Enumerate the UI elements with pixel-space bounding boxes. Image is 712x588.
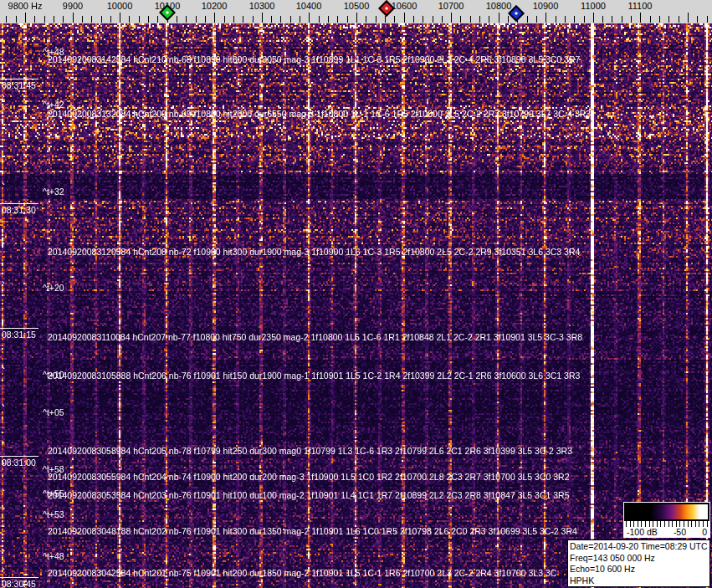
ruler-tick-minor [205, 16, 206, 23]
ruler-tick-minor [584, 16, 585, 23]
ruler-tick-minor [565, 16, 566, 23]
edge-event-tick: ` [1, 570, 7, 576]
ruler-tick-minor [148, 16, 149, 23]
ruler-label: 10000 [107, 1, 133, 11]
ruler-tick-major [309, 13, 310, 23]
ruler-label: 10600 [392, 1, 417, 11]
ruler-tick-major [25, 13, 26, 23]
time-label: 08:31:30 [2, 205, 36, 215]
ruler-tick-major [214, 13, 215, 23]
db-label-max: 0 [702, 527, 707, 537]
ruler-tick-minor [139, 16, 140, 23]
detection-log-line: 20140920083142584 hCnt210 nb-68 f10899 h… [48, 54, 580, 64]
ruler-label: 10800 [486, 1, 512, 11]
edge-event-tick: ` [1, 369, 7, 376]
db-label-mid: -50 [674, 527, 686, 537]
ruler-tick-minor [385, 16, 386, 23]
ruler-label: 10300 [249, 1, 275, 11]
time-tick-line [0, 456, 38, 457]
edge-event-tick: ` [1, 109, 7, 115]
edge-event-tick: ` [1, 464, 7, 471]
ruler-tick-minor [707, 16, 708, 23]
ruler-tick-major [404, 13, 405, 23]
ruler-label: 10200 [202, 1, 228, 11]
db-color-scale: -100 dB -50 0 [623, 502, 710, 538]
edge-event-tick: ` [1, 491, 7, 498]
ruler-tick-minor [423, 16, 423, 23]
ruler-tick-minor [433, 16, 433, 23]
spectrogram-window: 9800 Hz990010000101001020010300104001050… [0, 0, 712, 588]
event-time-marker: ^t+32 [43, 187, 64, 197]
info-date-time: Date=2014-09-20 Time=08:29 UTC [570, 541, 708, 553]
detection-log-line: 20140920083053584 hCnt203 nb-76 f10901 h… [48, 490, 570, 500]
ruler-tick-major [546, 13, 546, 23]
ruler-tick-minor [63, 16, 64, 23]
edge-event-tick: ` [1, 551, 7, 558]
ruler-tick-minor [697, 16, 698, 23]
ruler-tick-minor [82, 16, 83, 23]
ruler-label: 9900 [63, 1, 83, 11]
edge-event-tick: ` [1, 443, 7, 450]
ruler-tick-minor [319, 16, 320, 23]
ruler-tick-minor [622, 16, 622, 23]
detection-log-line: 20140920083055984 hCnt204 nb-74 f10900 h… [48, 472, 570, 482]
ruler-tick-minor [527, 16, 528, 23]
edge-event-tick: ` [1, 97, 7, 104]
ruler-tick-minor [366, 16, 366, 23]
ruler-tick-minor [186, 16, 187, 23]
detection-log-line: 20140920083048188 hCnt202 nb-76 f10901 h… [48, 526, 577, 536]
ruler-tick-minor [479, 16, 480, 23]
event-time-marker: ^t+05 [43, 407, 64, 417]
ruler-tick-major [688, 13, 689, 23]
ruler-tick-minor [34, 16, 35, 23]
ruler-tick-minor [574, 16, 575, 23]
info-echo: Echo=10 600 Hz [570, 564, 708, 575]
ruler-tick-minor [508, 16, 509, 23]
ruler-tick-minor [536, 16, 537, 23]
edge-event-tick: ` [1, 509, 7, 516]
ruler-tick-minor [280, 16, 281, 23]
frequency-ruler: 9800 Hz990010000101001020010300104001050… [0, 0, 712, 23]
ruler-tick-minor [668, 16, 669, 23]
ruler-tick-minor [290, 16, 291, 23]
color-gradient-bar[interactable] [626, 504, 708, 519]
info-callsign: HPHK [570, 575, 708, 587]
ruler-label: 10500 [344, 1, 370, 11]
ruler-tick-minor [233, 16, 234, 23]
ruler-tick-minor [157, 16, 158, 23]
ruler-tick-minor [470, 16, 471, 23]
edge-event-tick: ` [1, 527, 7, 534]
color-gradient-frame [624, 503, 709, 521]
time-tick-line [0, 328, 38, 329]
ruler-tick-major [640, 13, 641, 23]
db-label-min: -100 dB [627, 527, 658, 537]
ruler-tick-minor [300, 16, 300, 23]
ruler-label: 9800 Hz [8, 1, 43, 11]
ruler-tick-minor [16, 16, 17, 23]
time-label: 08:31:45 [2, 80, 36, 90]
time-tick-line [0, 79, 38, 79]
ruler-tick-major [499, 13, 499, 23]
ruler-tick-minor [612, 16, 612, 23]
ruler-tick-major [356, 13, 357, 23]
edge-event-tick: ` [1, 406, 7, 413]
ruler-tick-minor [489, 16, 489, 23]
ruler-label: 11000 [581, 1, 606, 11]
ruler-tick-minor [460, 16, 461, 23]
ruler-tick-minor [556, 16, 556, 23]
ruler-tick-major [73, 13, 74, 23]
time-label: 08:31:15 [2, 330, 36, 340]
ruler-tick-minor [243, 16, 243, 23]
edge-event-tick: ` [1, 185, 7, 192]
ruler-tick-minor [224, 16, 225, 23]
ruler-tick-minor [602, 16, 603, 23]
event-time-marker: ^t+53 [43, 509, 64, 519]
ruler-tick-minor [394, 16, 395, 23]
ruler-tick-minor [54, 16, 54, 23]
ruler-tick-major [451, 13, 452, 23]
edge-event-tick: ` [1, 53, 7, 59]
detection-log-line: 20140920083120584 hCnt208 nb-72 f10900 h… [48, 247, 580, 257]
ruler-tick-minor [659, 16, 660, 23]
db-scale-ticks [626, 521, 708, 527]
ruler-tick-minor [650, 16, 651, 23]
